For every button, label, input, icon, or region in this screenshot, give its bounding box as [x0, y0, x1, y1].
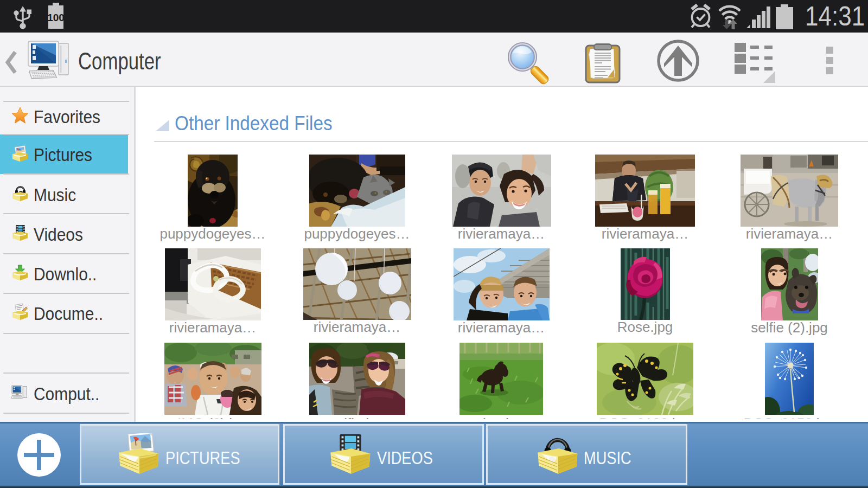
svg-text:100: 100 — [48, 12, 64, 23]
